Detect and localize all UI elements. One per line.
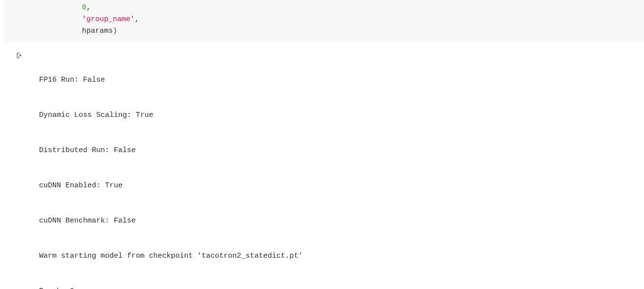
output-line: Dynamic Loss Scaling: True — [39, 110, 644, 121]
output-line: Warm starting model from checkpoint 'tac… — [39, 250, 644, 262]
code-line: hparams) — [4, 25, 644, 37]
output-line: Epoch: 0 — [39, 286, 644, 289]
code-cell: 0, 'group_name', hparams) — [4, 0, 644, 42]
output-line: FP16 Run: False — [39, 74, 644, 86]
code-line: 'group_name', — [4, 14, 644, 25]
code-line: 0, — [4, 2, 644, 14]
code-token-number: 0 — [82, 3, 86, 12]
code-token-punct: , — [135, 15, 139, 23]
output-body: FP16 Run: False Dynamic Loss Scaling: Tr… — [39, 51, 644, 289]
output-line: Distributed Run: False — [39, 145, 644, 156]
code-token-punct: , — [86, 3, 91, 12]
code-token-string: 'group_name' — [82, 15, 135, 23]
output-arrow-icon[interactable] — [16, 52, 23, 60]
output-gutter — [16, 51, 39, 289]
output-line: cuDNN Enabled: True — [39, 180, 644, 192]
output-section: FP16 Run: False Dynamic Loss Scaling: Tr… — [16, 51, 644, 289]
output-line: cuDNN Benchmark: False — [39, 215, 644, 227]
code-token-plain: hparams) — [82, 27, 117, 35]
